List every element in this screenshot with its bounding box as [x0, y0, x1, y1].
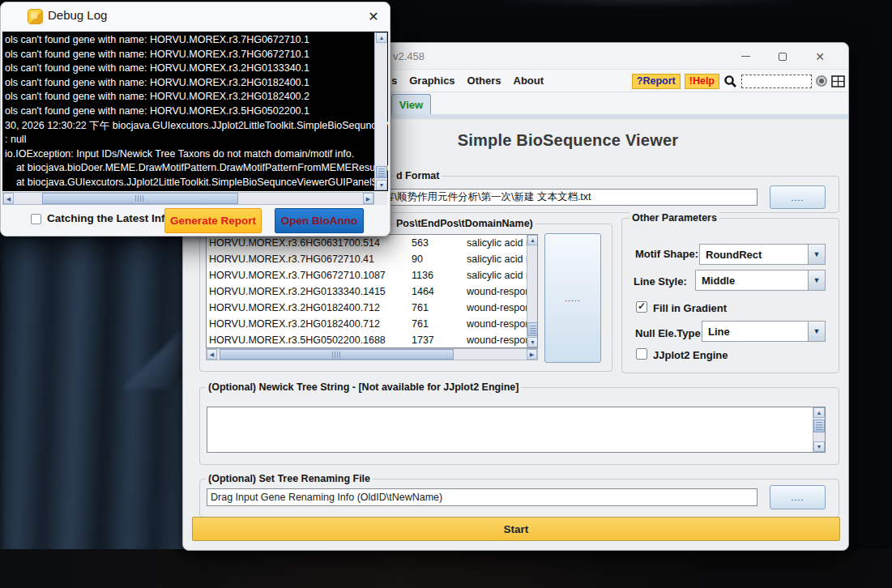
scroll-down-icon[interactable]: ▼ [376, 180, 387, 190]
vscroll-thumb[interactable] [527, 322, 538, 336]
newick-group-label: (Optional) Newick Tree String - [Not ava… [206, 381, 521, 393]
cell-start: 1087 [363, 270, 412, 281]
domain-list-hscrollbar[interactable]: ◀ ▶ [206, 348, 538, 360]
start-button[interactable]: Start [192, 517, 840, 541]
domain-file-browse-button[interactable]: ..... [544, 233, 601, 363]
scroll-down-icon[interactable]: ▼ [527, 337, 538, 347]
table-row[interactable]: HORVU.MOREX.r3.5HG0502200.116881737wound… [207, 332, 537, 348]
close-button[interactable]: ✕ [801, 43, 839, 70]
console-vscrollbar[interactable]: ▲ ▼ [374, 32, 387, 190]
table-row[interactable]: HORVU.MOREX.r3.7HG0672710.14190salicylic… [207, 251, 537, 267]
scrollbar-corner [374, 192, 387, 205]
scroll-right-icon[interactable]: ▶ [363, 193, 373, 204]
scroll-right-icon[interactable]: ▶ [527, 349, 537, 360]
grid-layout-icon[interactable] [831, 75, 845, 87]
console-line: at biocjava.bioDoer.MEME.DrawMotifPatter… [5, 161, 388, 176]
line-style-combo[interactable]: Middle ▼ [695, 270, 826, 291]
menu-item-partial[interactable]: s [391, 75, 397, 87]
vscroll-thumb[interactable] [376, 166, 387, 178]
scroll-up-icon[interactable]: ▲ [527, 235, 538, 245]
input-format-group-label: d Format [394, 170, 442, 181]
generate-report-button[interactable]: Generate Report [164, 208, 262, 233]
tab-view[interactable]: View [391, 94, 431, 114]
help-button[interactable]: !Help [685, 74, 719, 89]
cell-end: 90 [412, 254, 467, 265]
chevron-down-icon[interactable]: ▼ [808, 270, 826, 291]
desktop-wallpaper-glow [486, 0, 810, 8]
maximize-button[interactable] [764, 43, 801, 70]
newick-vscrollbar[interactable]: ▲ ▼ [813, 407, 825, 452]
chevron-down-icon[interactable]: ▼ [808, 244, 826, 265]
null-ele-label: Null Ele.Type: [635, 327, 704, 339]
input-file-path: 容\顺势作用元件分析\第一次\新建 文本文档.txt [384, 190, 591, 204]
menu-item-about[interactable]: About [514, 75, 544, 87]
chevron-down-icon[interactable]: ▼ [808, 321, 826, 342]
cell-end: 761 [412, 318, 467, 330]
maximize-icon [779, 53, 787, 61]
domain-info-group-label: Pos\tEndPos\tDomainName) [394, 218, 536, 229]
domain-list-vscrollbar[interactable]: ▲ ▼ [527, 235, 538, 347]
vscroll-thumb[interactable] [813, 420, 825, 432]
close-icon: ✕ [815, 51, 825, 62]
console-line: : null [5, 133, 388, 147]
page-title: Simple BioSequence Viewer [450, 131, 685, 150]
cell-end: 1464 [412, 286, 467, 297]
motif-shape-combo[interactable]: RoundRect ▼ [699, 244, 826, 265]
scroll-up-icon[interactable]: ▲ [376, 32, 387, 43]
minimize-button[interactable] [727, 43, 764, 70]
fill-gradient-label: Fill in Gradient [653, 302, 727, 314]
console-line: 30, 2026 12:30:22 下午 biocjava.GUIexcutor… [5, 119, 388, 134]
console-hscrollbar[interactable]: ◀ ▶ [2, 192, 374, 205]
cell-end: 1136 [412, 270, 467, 281]
console-line: ols can't found gene with name: HORVU.MO… [5, 33, 388, 48]
catching-info-checkbox[interactable] [31, 214, 41, 224]
report-button[interactable]: ?Report [632, 74, 681, 89]
motif-shape-value: RoundRect [699, 244, 808, 265]
table-row[interactable]: HORVU.MOREX.r3.2HG0182400.2712761wound-r… [207, 316, 537, 332]
domain-list-rows: HORVU.MOREX.r3.6HG0631700.1514563salicyl… [207, 235, 537, 348]
motif-shape-label: Motif Shape: [635, 248, 698, 260]
cell-id: HORVU.MOREX.r3.2HG0182400.1 [209, 302, 363, 313]
newick-group: (Optional) Newick Tree String - [Not ava… [199, 387, 839, 465]
domain-list[interactable]: HORVU.MOREX.r3.6HG0631700.1514563salicyl… [206, 234, 538, 348]
other-parameters-label: Other Parameters [630, 212, 719, 224]
hscroll-thumb[interactable] [220, 349, 454, 360]
cell-start: 41 [363, 254, 412, 265]
line-style-value: Middle [695, 270, 808, 291]
quick-search-field[interactable] [741, 75, 812, 88]
radio-indicator-icon[interactable] [816, 75, 827, 87]
jjplot2-checkbox[interactable] [636, 348, 647, 360]
cell-id: HORVU.MOREX.r3.6HG0631700.1 [209, 237, 363, 249]
open-bioanno-button[interactable]: Open BioAnno [275, 208, 364, 233]
rename-file-field[interactable]: Drag Input Gene Renaming Info (OldID\tNe… [207, 488, 758, 506]
scroll-left-icon[interactable]: ◀ [3, 193, 14, 204]
console-line: ols can't found gene with name: HORVU.MO… [5, 48, 388, 62]
debug-titlebar[interactable]: Debug Log ✕ [1, 2, 390, 30]
close-icon: ✕ [368, 9, 378, 24]
scroll-left-icon[interactable]: ◀ [207, 349, 217, 360]
cell-end: 1737 [412, 334, 467, 346]
cell-start: 1415 [363, 286, 412, 297]
null-ele-combo[interactable]: Line ▼ [702, 321, 826, 342]
scroll-up-icon[interactable]: ▲ [813, 407, 825, 418]
menu-item-graphics[interactable]: Graphics [409, 75, 455, 87]
menu-item-others[interactable]: Others [467, 75, 501, 87]
debug-window-title: Debug Log [48, 8, 107, 22]
table-row[interactable]: HORVU.MOREX.r3.6HG0631700.1514563salicyl… [207, 235, 537, 251]
hscroll-thumb[interactable] [42, 193, 238, 204]
debug-close-button[interactable]: ✕ [364, 7, 383, 25]
input-file-browse-button[interactable]: .... [770, 185, 826, 209]
console-line: ols can't found gene with name: HORVU.MO… [5, 62, 388, 76]
fill-gradient-checkbox[interactable] [636, 301, 647, 313]
table-row[interactable]: HORVU.MOREX.r3.7HG0672710.110871136salic… [207, 267, 537, 283]
newick-textarea[interactable]: ▲ ▼ [207, 407, 826, 453]
table-row[interactable]: HORVU.MOREX.r3.2HG0133340.114151464wound… [207, 283, 537, 300]
console-line: at biocjava.GUIexcutors.JJplot2LittleToo… [5, 176, 388, 190]
cell-id: HORVU.MOREX.r3.5HG0502200.1 [209, 334, 363, 346]
minimize-icon [741, 56, 750, 57]
scroll-down-icon[interactable]: ▼ [813, 441, 825, 452]
search-icon[interactable] [723, 75, 737, 88]
debug-console[interactable]: ols can't found gene with name: HORVU.MO… [2, 32, 388, 191]
rename-file-browse-button[interactable]: .... [770, 485, 826, 509]
table-row[interactable]: HORVU.MOREX.r3.2HG0182400.1712761wound-r… [207, 300, 537, 316]
